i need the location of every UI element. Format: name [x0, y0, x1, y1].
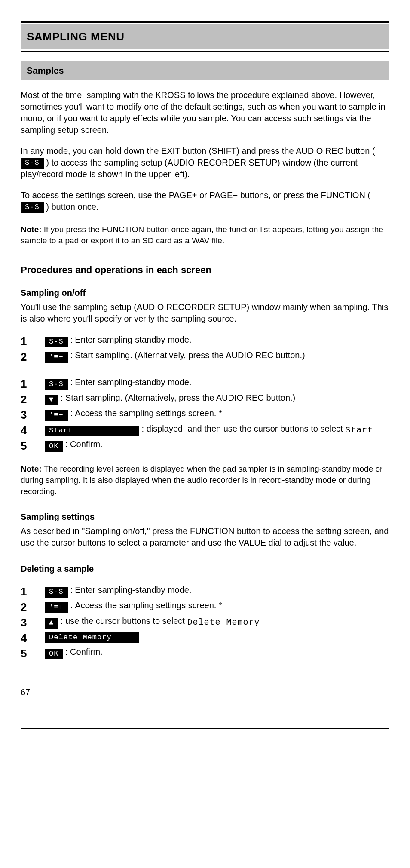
text: In any mode, you can hold down the EXIT …: [21, 146, 375, 156]
steps-delete: S-S : Enter sampling-standby mode. '≡+ :…: [21, 584, 389, 660]
menu-text-start: Start: [345, 425, 373, 435]
step-text: :: [65, 439, 70, 449]
sampling-onoff-intro: You'll use the sampling setup (AUDIO REC…: [21, 301, 389, 325]
step: Start : displayed, and then use the curs…: [45, 423, 389, 437]
footer-rule: [21, 728, 389, 729]
ss-key: S-S: [45, 379, 68, 390]
step-text: Start sampling. (Alternatively, press th…: [65, 393, 295, 402]
subhead-delete: Deleting a sample: [21, 563, 389, 575]
page-title: SAMPLING MENU: [21, 24, 389, 49]
footnote-number: 67: [21, 686, 389, 698]
step: OK : Confirm.: [45, 439, 389, 452]
step: '≡+ : Access the sampling settings scree…: [45, 600, 389, 613]
step-text: Access the sampling settings screen. *: [75, 601, 222, 610]
step-text: :: [70, 350, 75, 360]
step: S-S : Enter sampling-standby mode.: [45, 377, 389, 390]
subhead-sampling-settings: Sampling settings: [21, 511, 389, 523]
up-key: ▲: [45, 618, 58, 629]
step: '≡+ : Start sampling. (Alternatively, pr…: [45, 350, 389, 363]
text: ) button once.: [46, 202, 98, 212]
step-text: Enter sampling-standby mode.: [75, 585, 191, 595]
ss-key: S-S: [45, 337, 68, 347]
step: S-S : Enter sampling-standby mode.: [45, 584, 389, 598]
ok-key: OK: [45, 649, 63, 659]
sampling-settings-intro: As described in "Sampling on/off," press…: [21, 525, 389, 549]
ok-key: OK: [45, 441, 63, 452]
step-text: Access the sampling settings screen. *: [75, 408, 222, 418]
text: ) to access the sampling setup (AUDIO RE…: [21, 158, 358, 179]
down-key: ▼: [45, 395, 58, 405]
list-key: '≡+: [45, 410, 68, 421]
step: S-S : Enter sampling-standby mode.: [45, 334, 389, 348]
ss-key: S-S: [45, 587, 68, 598]
step-text: :: [70, 335, 75, 344]
note-text: The recording level screen is displayed …: [21, 464, 382, 495]
setup-paragraph-2: To access the settings screen, use the P…: [21, 190, 389, 213]
steps-sampling-onoff: S-S : Enter sampling-standby mode. '≡+ :…: [21, 334, 389, 363]
step-text: : use the cursor buttons to select: [61, 616, 185, 626]
step-text: : displayed, and then use the cursor but…: [142, 424, 343, 433]
step-text: Enter sampling-standby mode.: [75, 377, 191, 387]
step: '≡+ : Access the sampling settings scree…: [45, 408, 389, 421]
step-text: Start sampling. (Alternatively, press th…: [75, 350, 305, 360]
step-text: :: [70, 585, 75, 595]
menu-text-delete: Delete Memory: [187, 617, 260, 627]
list-key: '≡+: [45, 352, 68, 363]
top-rule-thin: [21, 51, 389, 52]
ss-icon: S-S: [21, 158, 44, 169]
intro-paragraph: Most of the time, sampling with the KROS…: [21, 89, 389, 136]
step-text: Confirm.: [70, 647, 103, 656]
subhead-sampling-onoff: Sampling on/off: [21, 287, 389, 299]
setup-paragraph-1: In any mode, you can hold down the EXIT …: [21, 145, 389, 180]
step: Delete Memory: [45, 631, 389, 644]
step-text: Enter sampling-standby mode.: [75, 335, 191, 344]
step: OK : Confirm.: [45, 646, 389, 660]
start-key: Start: [45, 426, 139, 436]
text: To access the settings screen, use the P…: [21, 190, 370, 200]
subhead-procedures: Procedures and operations in each screen: [21, 264, 389, 276]
note-label: Note:: [21, 464, 42, 473]
note-text: If you press the FUNCTION button once ag…: [21, 225, 383, 245]
page-number: 67: [21, 686, 30, 698]
note-label: Note:: [21, 225, 42, 234]
step-text: :: [70, 601, 75, 610]
top-rule-thick: [21, 21, 389, 23]
step-text: :: [70, 377, 75, 387]
step: ▼ : Start sampling. (Alternatively, pres…: [45, 392, 389, 406]
steps-sampling-onoff-cont: S-S : Enter sampling-standby mode. ▼ : S…: [21, 377, 389, 452]
note-1: Note: If you press the FUNCTION button o…: [21, 224, 389, 246]
section-title-samples: Samples: [21, 61, 389, 80]
ss-icon: S-S: [21, 202, 44, 213]
note-2: Note: The recording level screen is disp…: [21, 463, 389, 497]
step: ▲ : use the cursor buttons to select Del…: [45, 615, 389, 629]
step-text: Confirm.: [70, 439, 103, 449]
delete-memory-key: Delete Memory: [45, 632, 139, 643]
list-key: '≡+: [45, 602, 68, 613]
step-text: :: [61, 393, 65, 402]
step-text: :: [70, 408, 75, 418]
step-text: :: [65, 647, 70, 656]
